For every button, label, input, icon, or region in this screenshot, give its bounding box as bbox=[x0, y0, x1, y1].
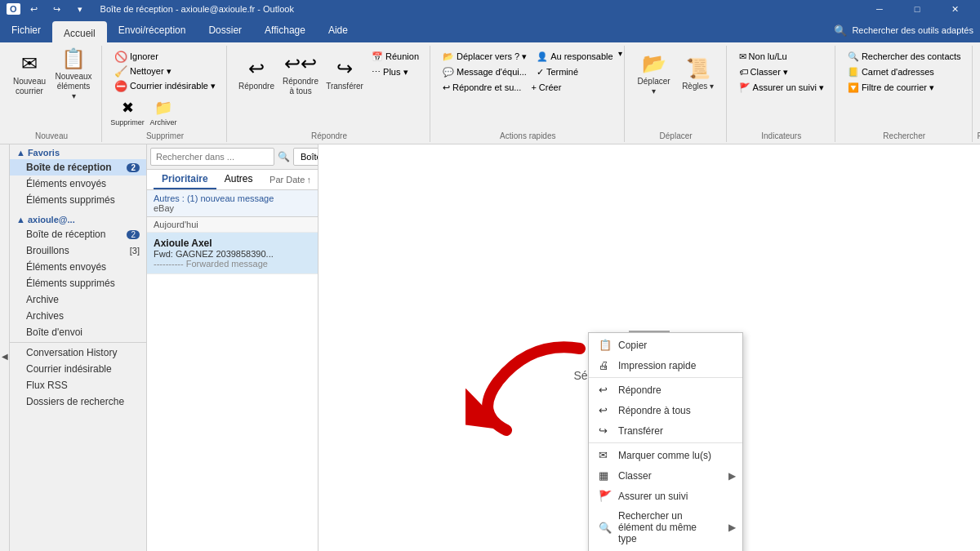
ribbon-group-rechercher: 🔍Rechercher des contacts 📒Carnet d'adres… bbox=[837, 46, 973, 142]
archive-button[interactable]: 📁 Archiver bbox=[146, 95, 180, 129]
filter-button[interactable]: 🔽Filtre de courrier ▾ bbox=[844, 80, 938, 95]
sidebar-item-deleted[interactable]: Éléments supprimés bbox=[10, 275, 146, 291]
classify-button[interactable]: 🏷Classer ▾ bbox=[735, 64, 792, 79]
meeting-button[interactable]: 📅Réunion bbox=[368, 49, 423, 64]
inbox-account-badge: 2 bbox=[127, 230, 140, 239]
collapse-left-icon: ◀ bbox=[2, 352, 8, 361]
sidebar-item-conv-history[interactable]: Conversation History bbox=[10, 344, 146, 361]
sidebar-item-archive-single[interactable]: Archive bbox=[10, 291, 146, 308]
rules-button[interactable]: 📜 Règles ▾ bbox=[677, 49, 719, 98]
reply-send-button[interactable]: ↩Répondre et su... bbox=[439, 80, 525, 95]
email-from: Axioule Axel bbox=[154, 238, 311, 249]
ribbon-group-supprimer-label: Supprimer bbox=[146, 131, 184, 140]
done-button[interactable]: ✓Terminé bbox=[532, 64, 582, 79]
ctx-impression[interactable]: 🖨Impression rapide bbox=[589, 355, 742, 375]
new-items-icon: 📋 bbox=[61, 47, 86, 70]
sidebar-item-inbox[interactable]: Boîte de réception 2 bbox=[10, 226, 146, 242]
copy-icon: 📋 bbox=[599, 339, 612, 351]
sidebar-item-archives[interactable]: Archives bbox=[10, 308, 146, 324]
tab-prioritaire[interactable]: Prioritaire bbox=[154, 170, 216, 189]
create-button[interactable]: +Créer bbox=[527, 80, 565, 95]
sidebar-account-header[interactable]: ▲ axioule@... bbox=[10, 211, 146, 226]
ctx-marquer-lu[interactable]: ✉Marquer comme lu(s) bbox=[589, 445, 742, 465]
undo-button[interactable]: ↩ bbox=[25, 0, 43, 18]
sidebar-item-rss[interactable]: Flux RSS bbox=[10, 377, 146, 393]
email-item-axioule[interactable]: Axioule Axel Fwd: GAGNEZ 2039858390... -… bbox=[147, 233, 318, 274]
tab-aide[interactable]: Aide bbox=[317, 18, 359, 42]
titlebar: O ↩ ↪ ▾ Boîte de réception - axioule@axi… bbox=[0, 0, 980, 18]
sidebar-favoris-header[interactable]: ▲ Favoris bbox=[10, 144, 146, 159]
titlebar-left: O ↩ ↪ ▾ Boîte de réception - axioule@axi… bbox=[7, 0, 294, 18]
sidebar-item-search-folders[interactable]: Dossiers de recherche bbox=[10, 393, 146, 410]
sidebar: ▲ Favoris Boîte de réception 2 Éléments … bbox=[10, 144, 147, 551]
qat-more-button[interactable]: ▾ bbox=[71, 0, 89, 18]
read-unread-button[interactable]: ✉Non lu/Lu bbox=[735, 49, 791, 64]
ctx-classer[interactable]: ▦Classer▶ bbox=[589, 465, 742, 486]
team-msg-button[interactable]: 💬Message d'équi... bbox=[439, 64, 531, 79]
follow-up-button[interactable]: 🚩Assurer un suivi ▾ bbox=[735, 80, 828, 95]
search-input[interactable] bbox=[150, 148, 274, 166]
ribbon-group-vocal-label: Fonction vo... bbox=[978, 131, 980, 140]
delete-button[interactable]: ✖ Supprimer bbox=[110, 95, 145, 129]
ctx-repondre[interactable]: ↩Répondre bbox=[589, 380, 742, 400]
actions-expand-icon[interactable]: ▾ bbox=[618, 49, 622, 58]
more-button[interactable]: ⋯Plus ▾ bbox=[368, 64, 423, 79]
maximize-button[interactable]: □ bbox=[898, 0, 936, 18]
sidebar-item-outbox[interactable]: Boîte d'envoi bbox=[10, 324, 146, 340]
search-contacts-button[interactable]: 🔍Rechercher des contacts bbox=[844, 49, 965, 64]
tab-envoi-reception[interactable]: Envoi/réception bbox=[107, 18, 198, 42]
forward-button[interactable]: ↪ Transférer bbox=[323, 49, 366, 98]
sidebar-item-sent-fav[interactable]: Éléments envoyés bbox=[10, 176, 146, 192]
inbox-badge: 2 bbox=[127, 163, 140, 172]
reply-button[interactable]: ↩ Répondre bbox=[235, 49, 278, 98]
ctx-copier[interactable]: 📋Copier bbox=[589, 335, 742, 355]
sort-button[interactable]: Par Date ↑ bbox=[270, 175, 311, 184]
sidebar-collapse-button[interactable]: ◀ bbox=[0, 144, 10, 551]
ctx-classify-icon: ▦ bbox=[599, 469, 612, 482]
team-icon: 💬 bbox=[443, 67, 454, 78]
reply-all-button[interactable]: ↩↩ Répondreà tous bbox=[279, 49, 322, 98]
new-items-button[interactable]: 📋 Nouveauxéléments ▾ bbox=[52, 49, 95, 98]
redo-button[interactable]: ↪ bbox=[48, 0, 66, 18]
sidebar-item-inbox-fav[interactable]: Boîte de réception 2 bbox=[10, 159, 146, 176]
sidebar-item-junk[interactable]: Courrier indésirable bbox=[10, 361, 146, 377]
tab-autres[interactable]: Autres bbox=[216, 170, 261, 189]
ignore-icon: 🚫 bbox=[114, 51, 127, 63]
print-icon: 🖨 bbox=[599, 359, 612, 371]
clean-button[interactable]: 🧹Nettoyer ▾ bbox=[110, 64, 176, 78]
tab-fichier[interactable]: Fichier bbox=[0, 18, 52, 42]
junk-button[interactable]: ⛔Courrier indésirable ▾ bbox=[110, 78, 220, 93]
new-mail-button[interactable]: ✉ Nouveaucourrier bbox=[8, 49, 51, 98]
sidebar-item-drafts[interactable]: Brouillons [3] bbox=[10, 242, 146, 259]
to-manager-button[interactable]: 👤Au responsable bbox=[532, 49, 617, 64]
address-book-button[interactable]: 📒Carnet d'adresses bbox=[844, 64, 938, 79]
ctx-transferer[interactable]: ↪Transférer bbox=[589, 420, 742, 441]
email-subject: Fwd: GAGNEZ 2039858390... bbox=[154, 249, 311, 259]
email-tabs: Prioritaire Autres Par Date ↑ bbox=[147, 170, 318, 190]
address-book-icon: 📒 bbox=[848, 67, 859, 78]
ribbon-tab-bar: Fichier Accueil Envoi/réception Dossier … bbox=[0, 18, 980, 42]
email-preview: ---------- Forwarded message bbox=[154, 259, 311, 269]
email-other-preview[interactable]: Autres : (1) nouveau messageeBay bbox=[147, 190, 318, 217]
ctx-rechercher-type[interactable]: 🔍Rechercher un élément du même type▶ bbox=[589, 506, 742, 549]
move-to-button[interactable]: 📂Déplacer vers ? ▾ bbox=[439, 49, 531, 64]
ctx-sep-2 bbox=[589, 442, 742, 443]
sidebar-item-sent[interactable]: Éléments envoyés bbox=[10, 259, 146, 275]
ignore-button[interactable]: 🚫Ignorer bbox=[110, 49, 163, 64]
ribbon-group-deplacer-label: Déplacer bbox=[660, 131, 693, 140]
close-button[interactable]: ✕ bbox=[936, 0, 973, 18]
create-icon: + bbox=[531, 82, 536, 92]
tab-accueil[interactable]: Accueil bbox=[52, 21, 107, 46]
sidebar-item-deleted-fav[interactable]: Éléments supprimés bbox=[10, 192, 146, 208]
minimize-button[interactable]: ─ bbox=[861, 0, 898, 18]
ctx-sep-1 bbox=[589, 377, 742, 378]
ribbon: Fichier Accueil Envoi/réception Dossier … bbox=[0, 18, 980, 144]
ctx-repondre-tous[interactable]: ↩Répondre à tous bbox=[589, 400, 742, 420]
ctx-assurer-suivi[interactable]: 🚩Assurer un suivi bbox=[589, 486, 742, 506]
ribbon-group-nouveau-label: Nouveau bbox=[35, 131, 68, 140]
more-icon: ⋯ bbox=[372, 67, 381, 78]
box-selector[interactable]: Boîte aux lettres actuelle bbox=[293, 148, 318, 166]
move-button[interactable]: 📂 Déplacer ▾ bbox=[633, 49, 675, 98]
tab-affichage[interactable]: Affichage bbox=[253, 18, 317, 42]
tab-dossier[interactable]: Dossier bbox=[197, 18, 253, 42]
